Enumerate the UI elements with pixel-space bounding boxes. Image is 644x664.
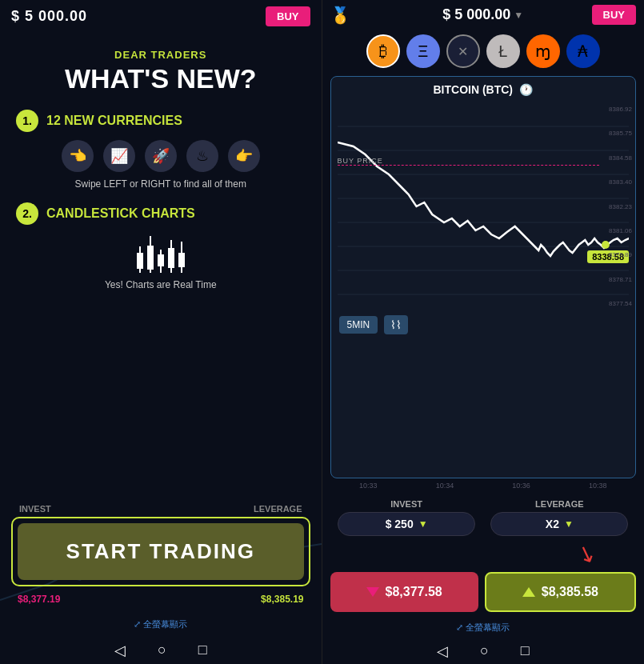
- right-balance: $ 5 000.00: [442, 6, 510, 23]
- right-nav-bar: ◁ ○ □: [322, 636, 645, 664]
- price-chart-svg: [338, 102, 630, 310]
- y-label-7: 8379.89: [609, 251, 632, 258]
- right-top-bar: 🥇 $ 5 000.00 ▼ BUY: [322, 0, 645, 30]
- chart-type-button[interactable]: ⌇⌇: [384, 315, 408, 334]
- y-label-4: 8383.40: [609, 178, 632, 186]
- y-label-2: 8385.75: [609, 130, 632, 137]
- right-recents-button[interactable]: □: [521, 642, 530, 660]
- left-top-bar: $ 5 000.00 BUY: [0, 0, 322, 33]
- leverage-col-label: LEVERAGE: [535, 499, 584, 509]
- whats-new-heading: WHAT'S NEW?: [65, 64, 257, 94]
- balance-dropdown-arrow[interactable]: ▼: [514, 10, 523, 21]
- sell-icon: [366, 587, 379, 597]
- right-buy-button[interactable]: BUY: [592, 5, 636, 25]
- timeframe-button[interactable]: 5MIN: [339, 316, 378, 334]
- wick-bottom: [139, 269, 141, 273]
- invest-value: $ 250: [386, 518, 414, 530]
- steam-icon: ♨: [186, 140, 218, 172]
- step1-circle: 1.: [16, 110, 38, 132]
- trade-buttons: $8,377.58 $8,385.58: [322, 569, 645, 618]
- buy-price-label: BUY PRICE: [338, 157, 383, 165]
- right-home-button[interactable]: ○: [480, 642, 489, 660]
- buy-price: $8,385.58: [542, 585, 598, 599]
- hand-left-icon: 👈: [62, 140, 94, 172]
- left-bottom-section: INVEST LEVERAGE START TRADING $8,377.19 …: [0, 504, 322, 614]
- invest-column: INVEST $ 250 ▼: [338, 499, 475, 536]
- section-currencies: 1. 12 NEW CURRENCIES 👈 📈 🚀 ♨ 👉 Swipe LEF…: [16, 110, 306, 190]
- tab-xmr[interactable]: ɱ: [526, 34, 560, 68]
- candlestick-chart: [16, 233, 306, 273]
- invest-leverage-labels: INVEST LEVERAGE: [11, 504, 310, 514]
- red-arrow-container: ↘: [322, 541, 645, 567]
- right-back-button[interactable]: ◁: [437, 642, 448, 660]
- left-back-button[interactable]: ◁: [114, 642, 126, 659]
- buy-icon: [522, 587, 535, 597]
- y-label-8: 8378.71: [609, 276, 632, 283]
- left-recents-button[interactable]: □: [198, 642, 207, 659]
- wick: [170, 240, 172, 248]
- hand-right-icon: 👉: [228, 140, 260, 172]
- tab-xrp[interactable]: ✕: [446, 34, 480, 68]
- rocket-icon: 🚀: [145, 140, 177, 172]
- tab-ltc[interactable]: Ł: [486, 34, 520, 68]
- left-balance: $ 5 000.00: [11, 8, 87, 25]
- candle-2: [147, 236, 154, 273]
- y-label-6: 8381.06: [609, 227, 632, 234]
- section2-title: CANDLESTICK CHARTS: [46, 206, 195, 221]
- start-trading-container: START TRADING: [11, 517, 310, 586]
- sell-button[interactable]: $8,377.58: [330, 572, 478, 612]
- leverage-selector[interactable]: X2 ▼: [490, 512, 628, 536]
- chart-header: BITCOIN (BTC) 🕐: [331, 77, 636, 102]
- dear-traders-label: DEAR TRADERS: [114, 49, 206, 61]
- swipe-instruction: Swipe LEFT or RIGHT to find all of them: [16, 178, 306, 190]
- price-down-left: $8,377.19: [11, 591, 66, 607]
- tab-eth[interactable]: Ξ: [406, 34, 440, 68]
- body: [137, 253, 143, 269]
- candle-3: [158, 250, 164, 273]
- charts-realtime-label: Yes! Charts are Real Time: [16, 279, 306, 290]
- price-row-left: $8,377.19 $8,385.19: [11, 591, 310, 607]
- y-label-9: 8377.54: [609, 300, 632, 307]
- currency-icons-row: 👈 📈 🚀 ♨ 👉: [16, 140, 306, 172]
- start-trading-button[interactable]: START TRADING: [18, 523, 304, 580]
- section2-header: 2. CANDLESTICK CHARTS: [16, 202, 306, 225]
- wick: [139, 246, 141, 253]
- left-panel: $ 5 000.00 BUY DEAR TRADERS WHAT'S NEW? …: [0, 0, 322, 664]
- invest-selector[interactable]: $ 250 ▼: [338, 512, 475, 536]
- left-home-button[interactable]: ○: [158, 642, 166, 659]
- right-fullscreen-label: ⤢ 全螢幕顯示: [456, 622, 510, 632]
- sell-price: $8,377.58: [386, 585, 442, 599]
- wick: [150, 236, 151, 246]
- x-label-2: 10:34: [436, 482, 454, 490]
- wick-bottom: [170, 268, 172, 273]
- tab-btc[interactable]: ₿: [366, 34, 400, 68]
- left-nav-bar: ◁ ○ □: [0, 634, 322, 664]
- leverage-label-left: LEVERAGE: [254, 504, 302, 514]
- svg-point-8: [602, 241, 610, 249]
- invest-col-label: INVEST: [390, 499, 422, 509]
- left-fullscreen-label: ⤢ 全螢幕顯示: [134, 619, 187, 629]
- y-label-1: 8386.92: [609, 106, 632, 113]
- body: [178, 253, 185, 267]
- medal-icon: 🥇: [330, 6, 350, 25]
- red-arrow-icon: ↘: [574, 538, 600, 570]
- y-label-5: 8382.23: [609, 203, 632, 210]
- tab-ada[interactable]: ₳: [566, 34, 600, 68]
- section1-header: 1. 12 NEW CURRENCIES: [16, 110, 306, 132]
- right-fullscreen-bar[interactable]: ⤢ 全螢幕顯示: [322, 618, 645, 636]
- body: [147, 246, 154, 270]
- buy-button[interactable]: $8,385.58: [485, 572, 636, 612]
- candle-4: [168, 240, 174, 273]
- wick: [181, 242, 182, 253]
- history-icon[interactable]: 🕐: [519, 83, 533, 96]
- price-up-left: $8,385.19: [254, 591, 310, 607]
- step2-circle: 2.: [16, 202, 38, 225]
- left-fullscreen-bar[interactable]: ⤢ 全螢幕顯示: [0, 614, 322, 634]
- chart-icon: 📈: [103, 140, 135, 172]
- body: [158, 254, 164, 266]
- wick-bottom: [181, 267, 182, 273]
- x-label-1: 10:33: [359, 482, 378, 490]
- y-label-3: 8384.58: [609, 154, 632, 162]
- crypto-tabs: ₿ Ξ ✕ Ł ɱ ₳: [322, 30, 645, 73]
- left-buy-button[interactable]: BUY: [266, 6, 310, 26]
